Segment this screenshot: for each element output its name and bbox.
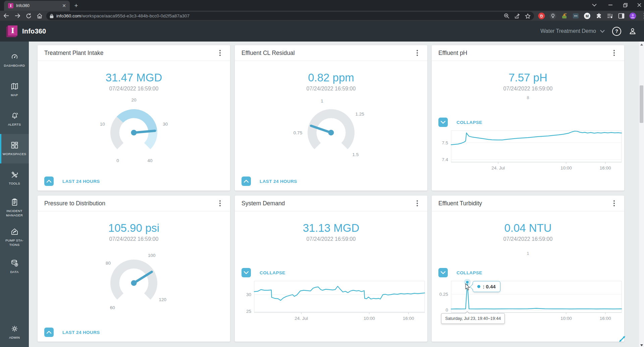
browser-tab[interactable]: I Info360 ✕ [4, 1, 70, 11]
kebab-menu-icon[interactable] [611, 199, 618, 208]
adblock-extension-icon[interactable] [538, 12, 545, 19]
m-circle-extension-icon[interactable]: M [584, 12, 591, 19]
svg-text:24. Jul: 24. Jul [491, 165, 505, 170]
url-text: info360.com/workspace/aaca955d-e3c3-484b… [56, 13, 190, 18]
sidebar-nav: DASHBOARDMAPALERTSWORKSPACESTOOLSINCIDEN… [0, 42, 29, 347]
share-icon[interactable] [514, 13, 520, 19]
app-header: I Info360 Water Treatment Demo ? [0, 21, 644, 42]
kebab-menu-icon[interactable] [414, 199, 421, 208]
gauge-max-label: 8 [432, 95, 624, 100]
svg-text:16:00: 16:00 [600, 316, 611, 321]
tab-search-icon[interactable] [587, 0, 602, 10]
svg-text:16:00: 16:00 [600, 165, 611, 170]
gauge-chart: 010203040 [87, 92, 181, 174]
zoom-icon[interactable] [504, 13, 509, 19]
sidebar-item-dashboard[interactable]: DASHBOARD [0, 46, 29, 75]
home-icon[interactable] [35, 11, 44, 20]
card-title: Effluent Turbidity [438, 200, 611, 207]
svg-text:60: 60 [110, 305, 115, 310]
expand-label[interactable]: LAST 24 HOURS [62, 179, 100, 184]
vertical-scrollbar[interactable] [639, 42, 644, 347]
trend-chart[interactable]: 7.57.424. Jul10:0016:00 [432, 129, 624, 179]
app-window: I Info360 ✕ + info [0, 0, 644, 347]
scrollbar-thumb[interactable] [640, 85, 643, 123]
expand-label[interactable]: LAST 24 HOURS [260, 179, 297, 184]
favicon-info360: I [8, 3, 13, 8]
sidebar-item-incident-manager[interactable]: INCIDENTMANAGER [0, 193, 29, 222]
user-account-icon[interactable] [629, 27, 637, 35]
metric-timestamp: 07/24/2022 16:59:00 [432, 236, 624, 242]
trend-chart[interactable]: 302524. Jul10:0016:00 [235, 279, 427, 329]
reading-list-extension-icon[interactable] [606, 12, 613, 19]
lightbulb-extension-icon[interactable] [549, 12, 556, 19]
svg-text:10:00: 10:00 [560, 165, 572, 170]
card-title: System Demand [241, 200, 414, 207]
collapse-button[interactable] [241, 268, 251, 277]
back-icon[interactable] [2, 11, 11, 20]
collapse-label[interactable]: COLLAPSE [457, 270, 482, 275]
kebab-menu-icon[interactable] [611, 49, 618, 57]
sidebar-item-alerts[interactable]: ALERTS [0, 105, 29, 134]
sidebar-item-workspaces[interactable]: WORKSPACES [0, 134, 29, 163]
card-resize-handle-icon[interactable] [618, 335, 627, 343]
window-close-button[interactable] [632, 0, 644, 10]
url-bar[interactable]: info360.com/workspace/aaca955d-e3c3-484b… [46, 12, 534, 20]
wizard-extension-icon[interactable] [561, 12, 568, 19]
scroll-up-arrow[interactable] [640, 44, 643, 46]
svg-text:0: 0 [116, 158, 119, 163]
svg-text:16:00: 16:00 [403, 316, 414, 321]
expand-button[interactable] [44, 328, 54, 337]
expand-button[interactable] [44, 177, 54, 186]
kebab-menu-icon[interactable] [217, 199, 223, 208]
window-minimize-button[interactable] [603, 0, 618, 10]
browser-menu-icon[interactable] [641, 12, 644, 19]
reload-icon[interactable] [24, 11, 33, 20]
svg-text:1: 1 [321, 98, 323, 103]
sidebar-item-admin[interactable]: ADMIN [0, 318, 29, 347]
forward-icon[interactable] [13, 11, 22, 20]
collapse-row: COLLAPSE [438, 268, 482, 277]
kebab-menu-icon[interactable] [217, 49, 223, 57]
profile-avatar-extension-icon[interactable] [629, 12, 636, 19]
tab-close-icon[interactable]: ✕ [61, 3, 67, 9]
workspace-selector[interactable]: Water Treatment Demo [540, 28, 605, 34]
sidebar-item-tools[interactable]: TOOLS [0, 163, 29, 193]
expand-button[interactable] [241, 177, 251, 186]
metric-timestamp: 07/24/2022 16:59:00 [38, 236, 230, 242]
gauge-chart: 0.7511.251.5 [284, 92, 378, 174]
sidebar-item-label: WORKSPACES [1, 152, 28, 156]
sidebar-item-label: DASHBOARD [1, 64, 28, 68]
extensions-row: M [538, 11, 644, 20]
scroll-down-arrow[interactable] [640, 344, 643, 346]
workspace-selector-label: Water Treatment Demo [540, 28, 596, 34]
alerts-icon [10, 112, 19, 120]
collapse-label[interactable]: COLLAPSE [457, 120, 482, 125]
expand-label[interactable]: LAST 24 HOURS [62, 330, 100, 335]
svg-text:30: 30 [246, 292, 251, 297]
metric-value: 7.57 pH [432, 71, 624, 84]
trend-chart[interactable]: 0.25024. Jul10:0016:00: 0.44Saturday, Ju… [432, 279, 624, 329]
sidebar-item-label: INCIDENTMANAGER [1, 209, 28, 218]
collapse-label[interactable]: COLLAPSE [260, 270, 285, 275]
collapse-button[interactable] [438, 268, 448, 277]
expand-row: LAST 24 HOURS [241, 177, 297, 186]
bookmark-star-icon[interactable] [525, 13, 531, 19]
help-icon[interactable]: ? [612, 27, 621, 36]
sidebar-item-pump-sta-tions[interactable]: PUMP STA-TIONS [0, 222, 29, 252]
collapse-button[interactable] [438, 118, 448, 127]
new-tab-button[interactable]: + [72, 1, 80, 10]
metric-value: 0.82 ppm [235, 71, 427, 84]
kebab-menu-icon[interactable] [414, 49, 421, 57]
window-restore-button[interactable] [618, 0, 633, 10]
notes-extension-icon[interactable] [572, 12, 579, 19]
svg-text:10: 10 [100, 122, 105, 127]
card-title: Treatment Plant Intake [44, 50, 217, 57]
sidebar-item-data[interactable]: DATA [0, 252, 29, 281]
puzzle-extension-icon[interactable] [595, 12, 602, 19]
svg-text:100: 100 [148, 253, 156, 258]
card-effluent-cl-residual: Effluent CL Residual 0.82 ppm 07/24/2022… [235, 45, 427, 191]
sidebar-item-map[interactable]: MAP [0, 75, 29, 105]
tab-title: Info360 [16, 3, 61, 8]
svg-text:30: 30 [163, 122, 168, 127]
side-panel-extension-icon[interactable] [618, 12, 625, 19]
